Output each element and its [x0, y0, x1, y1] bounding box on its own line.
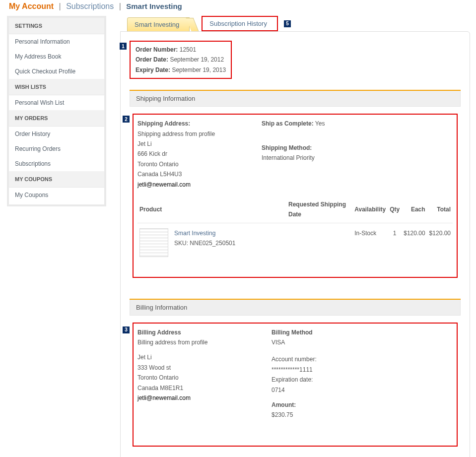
- shipping-country-postal: Canada L5H4U3: [137, 169, 242, 179]
- sidebar-item-order-history[interactable]: Order History: [9, 127, 104, 141]
- expiry-date-label: Expiry Date:: [136, 66, 170, 73]
- marker-3: 3: [123, 326, 130, 333]
- billing-address-note: Billing address from profile: [137, 337, 252, 347]
- breadcrumb-my-account[interactable]: My Account: [9, 2, 54, 10]
- shipping-name: Jet Li: [137, 139, 242, 149]
- marker-5: 5: [284, 20, 291, 27]
- product-thumbnail: [139, 228, 168, 257]
- product-name-link[interactable]: Smart Investing: [174, 230, 215, 237]
- sidebar-header-my-orders: MY ORDERS: [9, 110, 104, 127]
- breadcrumb: My Account | Subscriptions | Smart Inves…: [0, 0, 476, 16]
- cell-requested-date: [286, 223, 352, 262]
- shipping-address-block: Shipping Address: Shipping address from …: [137, 119, 242, 190]
- cell-availability: In-Stock: [352, 223, 388, 262]
- billing-address-label: Billing Address: [137, 327, 252, 337]
- billing-email: jetli@newemail.com: [137, 393, 252, 403]
- billing-method-block: Billing Method VISA Account number: ****…: [272, 327, 430, 420]
- sidebar-item-quick-checkout-profile[interactable]: Quick Checkout Profile: [9, 64, 104, 79]
- callout-3: 3 Billing Address Billing address from p…: [133, 323, 458, 447]
- sidebar: SETTINGS Personal Information My Address…: [7, 16, 106, 206]
- sidebar-item-personal-wish-list[interactable]: Personal Wish List: [9, 95, 104, 110]
- billing-section-title: Billing Information: [130, 300, 461, 316]
- shipping-method-value: International Priority: [262, 153, 420, 163]
- panel: 1 Order Number: 12501 Order Date: Septem…: [120, 31, 470, 457]
- billing-country-postal: Canada M8E1R1: [137, 383, 252, 393]
- col-total: Total: [427, 196, 453, 223]
- marker-1: 1: [120, 43, 127, 50]
- shipping-email: jetli@newemail.com: [137, 180, 242, 190]
- main-content: Smart Investing Subscription History 5 1…: [120, 16, 470, 457]
- sidebar-header-my-coupons: MY COUPONS: [9, 171, 104, 188]
- tab-smart-investing[interactable]: Smart Investing: [127, 17, 190, 31]
- order-date-value: September 19, 2012: [170, 56, 224, 63]
- account-number-label: Account number:: [272, 354, 430, 364]
- shipping-street: 666 Kick dr: [137, 149, 242, 159]
- ship-complete-label: Ship as Complete:: [262, 120, 314, 127]
- shipping-method-label: Shipping Method:: [262, 143, 420, 153]
- callout-5: Subscription History: [202, 16, 278, 31]
- expiration-value: 0714: [272, 385, 430, 395]
- col-requested-date: Requested Shipping Date: [286, 196, 352, 223]
- shipping-address-note: Shipping address from profile: [137, 129, 242, 139]
- sidebar-item-subscriptions[interactable]: Subscriptions: [9, 156, 104, 171]
- shipping-address-label: Shipping Address:: [137, 119, 242, 129]
- sidebar-item-personal-information[interactable]: Personal Information: [9, 34, 104, 49]
- shipping-method-block: Ship as Complete: Yes Shipping Method: I…: [262, 119, 420, 190]
- order-number-label: Order Number:: [136, 46, 178, 53]
- cell-qty: 1: [388, 223, 402, 262]
- expiry-date-value: September 19, 2013: [172, 66, 226, 73]
- sidebar-item-recurring-orders[interactable]: Recurring Orders: [9, 141, 104, 156]
- billing-address-block: Billing Address Billing address from pro…: [137, 327, 252, 420]
- billing-street: 333 Wood st: [137, 363, 252, 373]
- cell-total: $120.00: [427, 223, 453, 262]
- breadcrumb-current: Smart Investing: [126, 2, 182, 10]
- tab-subscription-history[interactable]: Subscription History: [203, 17, 277, 30]
- sidebar-header-wishlists: WISH LISTS: [9, 79, 104, 95]
- product-sku: SKU: NNE025_250501: [174, 238, 235, 248]
- cell-each: $120.00: [402, 223, 427, 262]
- sidebar-item-my-address-book[interactable]: My Address Book: [9, 49, 104, 64]
- sidebar-item-my-coupons[interactable]: My Coupons: [9, 188, 104, 204]
- billing-city-region: Toronto Ontario: [137, 373, 252, 383]
- separator: |: [59, 2, 61, 10]
- table-row: Smart Investing SKU: NNE025_250501 In-St…: [137, 223, 453, 262]
- billing-method-value: VISA: [272, 337, 430, 347]
- sidebar-header-settings: SETTINGS: [9, 18, 104, 34]
- product-table: Product Requested Shipping Date Availabi…: [137, 196, 453, 262]
- order-date-label: Order Date:: [136, 56, 168, 63]
- callout-1: 1 Order Number: 12501 Order Date: Septem…: [130, 41, 232, 79]
- callout-2: 2 Shipping Address: Shipping address fro…: [133, 114, 458, 278]
- account-number-value: ************1111: [272, 365, 430, 375]
- shipping-city-region: Toronto Ontario: [137, 159, 242, 169]
- col-qty: Qty: [388, 196, 402, 223]
- ship-complete-value: Yes: [315, 120, 325, 127]
- billing-name: Jet Li: [137, 352, 252, 362]
- order-meta: Order Number: 12501 Order Date: Septembe…: [136, 45, 226, 75]
- col-availability: Availability: [352, 196, 388, 223]
- marker-2: 2: [123, 116, 130, 123]
- separator: |: [119, 2, 121, 10]
- amount-value: $230.75: [272, 410, 430, 420]
- billing-method-label: Billing Method: [272, 327, 430, 337]
- expiration-label: Expiration date:: [272, 375, 430, 385]
- col-product: Product: [137, 196, 286, 223]
- shipping-section-title: Shipping Information: [130, 91, 461, 107]
- amount-label: Amount:: [272, 400, 430, 410]
- col-each: Each: [402, 196, 427, 223]
- breadcrumb-subscriptions[interactable]: Subscriptions: [66, 2, 114, 10]
- order-number-value: 12501: [180, 46, 196, 53]
- tabs: Smart Investing Subscription History 5: [120, 16, 470, 31]
